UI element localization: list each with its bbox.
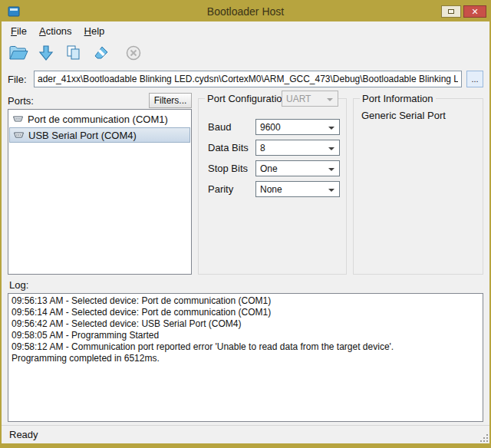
- menu-help[interactable]: Help: [78, 23, 111, 39]
- bootloader-host-window: Bootloader Host ✕ File Actions Help: [0, 0, 491, 448]
- log-line: 09:58:05 AM - Programming Started: [12, 330, 479, 341]
- serial-port-icon: [12, 114, 24, 124]
- protocol-select: UART: [282, 91, 338, 107]
- file-label: File:: [8, 74, 29, 85]
- parity-select[interactable]: None: [255, 181, 340, 197]
- list-item-port-com4-selected[interactable]: USB Serial Port (COM4): [9, 127, 190, 143]
- serial-port-icon: [13, 130, 25, 140]
- close-button[interactable]: ✕: [463, 5, 486, 18]
- title-bar[interactable]: Bootloader Host ✕: [2, 2, 489, 21]
- log-line: 09:56:13 AM - Selected device: Port de c…: [12, 295, 479, 307]
- port-item-label: Port de communication (COM1): [28, 114, 168, 125]
- close-icon: ✕: [471, 8, 478, 16]
- parity-label: Parity: [208, 183, 255, 195]
- status-bar: Ready: [2, 425, 489, 443]
- abort-button: [121, 42, 146, 67]
- menu-file[interactable]: File: [5, 23, 33, 39]
- data-bits-select[interactable]: 8: [255, 140, 340, 156]
- log-line: 09:56:42 AM - Selected device: USB Seria…: [12, 318, 479, 330]
- list-item-port-com1[interactable]: Port de communication (COM1): [9, 111, 190, 127]
- baud-label: Baud: [208, 121, 255, 133]
- verify-button[interactable]: [61, 42, 86, 67]
- menu-actions[interactable]: Actions: [33, 23, 78, 39]
- eraser-icon: [93, 44, 110, 64]
- port-information-title: Port Information: [360, 93, 436, 104]
- download-arrow-icon: [38, 44, 54, 64]
- log-line: 09:58:12 AM - Communication port reporte…: [12, 341, 479, 353]
- minimize-button[interactable]: [441, 5, 461, 18]
- menu-bar: File Actions Help: [2, 21, 489, 40]
- stop-bits-select[interactable]: One: [255, 160, 340, 176]
- open-folder-icon: [8, 44, 28, 64]
- ports-panel: Ports: Filters... Port de communication …: [8, 92, 192, 275]
- port-configuration-title: Port Configuration: [205, 93, 290, 104]
- resize-grip-icon[interactable]: [479, 433, 489, 443]
- abort-icon: [125, 44, 142, 64]
- status-text: Ready: [9, 429, 38, 440]
- browse-button[interactable]: ...: [466, 71, 483, 87]
- program-button[interactable]: [34, 42, 58, 67]
- filters-button[interactable]: Filters...: [149, 93, 192, 108]
- data-bits-label: Data Bits: [208, 142, 255, 153]
- window-title: Bootloader Host: [2, 5, 489, 18]
- ports-label: Ports:: [8, 95, 34, 107]
- open-file-button[interactable]: [6, 42, 31, 67]
- log-line: Programming completed in 6512ms.: [12, 353, 479, 364]
- stop-bits-label: Stop Bits: [208, 163, 255, 174]
- copy-pages-icon: [65, 44, 82, 64]
- baud-select[interactable]: 9600: [255, 119, 340, 135]
- log-output[interactable]: 09:56:13 AM - Selected device: Port de c…: [8, 293, 483, 422]
- file-row: File: ...: [8, 71, 483, 87]
- log-label: Log:: [9, 279, 489, 291]
- toolbar: [2, 40, 489, 69]
- port-configuration-group: Port Configuration UART Baud 9600 Data B…: [198, 98, 347, 275]
- port-information-group: Port Information Generic Serial Port: [353, 98, 483, 275]
- ports-list[interactable]: Port de communication (COM1) USB Serial …: [8, 109, 192, 275]
- log-line: 09:56:14 AM - Selected device: Port de c…: [12, 307, 479, 318]
- erase-button[interactable]: [89, 42, 114, 67]
- main-area: Ports: Filters... Port de communication …: [2, 92, 489, 275]
- minimize-icon: [448, 9, 454, 14]
- port-item-label: USB Serial Port (COM4): [28, 130, 137, 141]
- file-path-input[interactable]: [34, 71, 462, 87]
